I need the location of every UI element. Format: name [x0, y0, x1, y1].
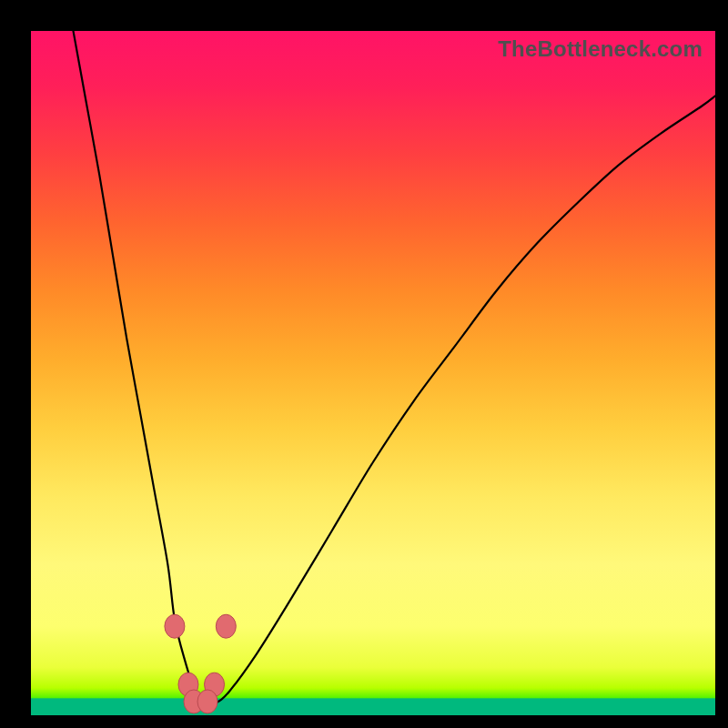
chart-frame: TheBottleneck.com: [0, 0, 728, 728]
curve-marker: [165, 614, 185, 638]
attribution-text: TheBottleneck.com: [498, 36, 703, 62]
curve-marker: [178, 672, 198, 696]
plot-area: TheBottleneck.com: [31, 31, 715, 715]
curve-marker: [216, 614, 236, 638]
v-curve: [31, 31, 715, 715]
curve-marker: [184, 690, 204, 713]
curve-marker: [197, 690, 217, 713]
curve-marker: [205, 672, 225, 696]
